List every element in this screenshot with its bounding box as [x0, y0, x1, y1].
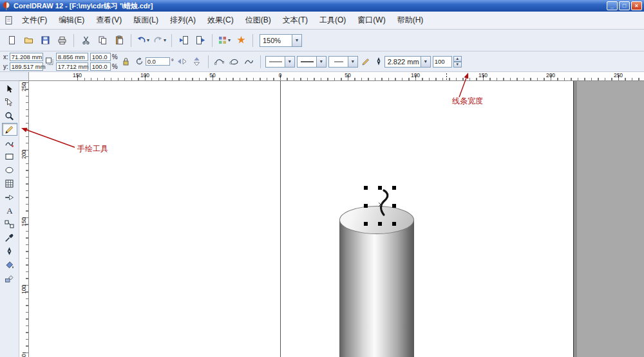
menu-help[interactable]: 帮助(H) — [392, 12, 430, 28]
smart-drawing-tool[interactable] — [2, 136, 17, 149]
import-icon — [179, 35, 189, 45]
convert-to-curve-button[interactable] — [243, 55, 256, 68]
maximize-button[interactable]: □ — [619, 1, 630, 10]
mirror-horizontal-button[interactable] — [176, 55, 189, 68]
scale-y-field[interactable]: 100.0 — [90, 62, 111, 71]
percent-label: % — [112, 63, 118, 70]
vertical-ruler[interactable]: 250 200 150 100 50 — [19, 81, 29, 357]
shape-tool[interactable] — [2, 96, 17, 109]
freehand-smoothing-spinner[interactable]: 100 ▲ ▼ — [433, 56, 462, 68]
outline-width-combobox[interactable]: 2.822 mm ▾ — [384, 56, 431, 68]
candle-body-shape[interactable] — [339, 220, 414, 357]
pick-tool[interactable] — [2, 82, 17, 95]
selection-handle[interactable] — [364, 186, 368, 190]
spinner-down-button[interactable]: ▼ — [453, 62, 462, 68]
minimize-button[interactable]: _ — [607, 1, 618, 10]
basic-shapes-tool[interactable] — [2, 190, 17, 203]
selection-handle[interactable] — [378, 222, 382, 226]
selection-handle[interactable] — [364, 204, 368, 208]
pen-pressure-button[interactable] — [360, 55, 373, 68]
degree-label: ° — [171, 58, 174, 65]
candle-wick-layer — [29, 81, 644, 357]
menu-window[interactable]: 窗口(W) — [352, 12, 391, 28]
graph-paper-tool[interactable] — [2, 177, 17, 190]
menu-file[interactable]: 文件(F) — [16, 12, 53, 28]
x-position-field[interactable]: 71.208 mm — [10, 53, 43, 61]
selection-handle[interactable] — [392, 204, 396, 208]
ruler-origin-corner[interactable] — [19, 72, 29, 81]
outline-tool[interactable] — [2, 244, 17, 257]
outline-width-dropdown[interactable]: ▾ — [421, 57, 430, 67]
launcher-dropdown-caret[interactable]: ▾ — [228, 37, 231, 43]
mirror-vertical-button[interactable] — [191, 55, 204, 68]
cut-button[interactable] — [78, 33, 93, 48]
arrowhead-start-dropdown[interactable]: ▾ — [285, 57, 294, 67]
h-ruler-label: 50 — [205, 72, 220, 78]
line-preview-icon — [332, 59, 346, 64]
line-style-select[interactable]: ▾ — [297, 56, 327, 68]
menu-edit[interactable]: 编辑(E) — [53, 12, 90, 28]
h-ruler-label: 150 — [475, 72, 491, 78]
zoom-tool[interactable] — [2, 109, 17, 122]
open-button[interactable] — [21, 33, 36, 48]
arrowhead-end-select[interactable]: ▾ — [328, 56, 358, 68]
selection-handle[interactable] — [364, 222, 368, 226]
redo-dropdown-caret[interactable]: ▾ — [164, 37, 166, 43]
selection-handle[interactable] — [392, 186, 396, 190]
ruler-cursor-marker — [446, 73, 447, 80]
eyedropper-tool[interactable] — [2, 231, 17, 244]
h-ruler-label: 0 — [272, 72, 288, 78]
horizontal-ruler[interactable]: 150 100 50 0 50 100 150 200 250 — [29, 72, 644, 81]
menu-effects[interactable]: 效果(C) — [202, 12, 240, 28]
copy-button[interactable] — [95, 33, 110, 48]
text-tool[interactable]: A — [2, 204, 17, 217]
arrowhead-end-dropdown[interactable]: ▾ — [348, 57, 357, 67]
application-launcher-button[interactable]: ▾ — [216, 33, 232, 48]
freehand-smoothing-value[interactable]: 100 — [433, 56, 452, 68]
line-style-dropdown[interactable]: ▾ — [316, 57, 326, 67]
menu-arrange[interactable]: 排列(A) — [164, 12, 202, 28]
pick-cursor-icon — [5, 84, 14, 94]
undo-dropdown-caret[interactable]: ▾ — [147, 37, 149, 43]
paste-button[interactable] — [111, 33, 127, 48]
menu-view[interactable]: 查看(V) — [90, 12, 128, 28]
undo-button[interactable]: ▾ — [135, 33, 151, 48]
drawing-canvas[interactable] — [29, 81, 644, 357]
new-button[interactable] — [4, 33, 19, 48]
close-button[interactable]: × — [631, 1, 642, 10]
blend-icon — [5, 219, 14, 229]
export-button[interactable] — [193, 33, 208, 48]
scale-x-field[interactable]: 100.0 — [90, 53, 111, 61]
auto-close-curve-button[interactable] — [228, 55, 241, 68]
reduce-nodes-button[interactable] — [213, 55, 226, 68]
object-width-field[interactable]: 8.856 mm — [56, 53, 88, 61]
fill-tool[interactable] — [2, 258, 17, 271]
object-height-field[interactable]: 17.712 mm — [56, 62, 88, 71]
ellipse-tool[interactable] — [2, 163, 17, 176]
menu-bitmaps[interactable]: 位图(B) — [240, 12, 277, 28]
interactive-blend-tool[interactable] — [2, 217, 17, 230]
interactive-fill-tool[interactable] — [2, 271, 17, 284]
y-position-field[interactable]: 189.517 mm — [10, 62, 43, 71]
import-button[interactable] — [176, 33, 191, 48]
print-button[interactable] — [54, 33, 70, 48]
menu-text[interactable]: 文本(T) — [277, 12, 314, 28]
chevron-down-icon: ▾ — [352, 59, 354, 64]
selection-handle[interactable] — [378, 186, 382, 190]
menu-tools[interactable]: 工具(O) — [314, 12, 352, 28]
redo-button[interactable]: ▾ — [152, 33, 167, 48]
spinner-up-button[interactable]: ▲ — [453, 56, 462, 62]
corel-online-button[interactable] — [233, 33, 249, 48]
lock-ratio-button[interactable] — [120, 55, 133, 68]
propbar-separator — [208, 55, 209, 68]
arrowhead-start-select[interactable]: ▾ — [265, 56, 295, 68]
rotation-angle-field[interactable]: 0.0 — [146, 57, 170, 66]
zoom-dropdown-button[interactable]: ▾ — [292, 35, 301, 46]
save-button[interactable] — [37, 33, 53, 48]
zoom-level-combobox[interactable]: 150% ▾ — [260, 34, 302, 47]
menu-layout[interactable]: 版面(L) — [128, 12, 164, 28]
rectangle-tool[interactable] — [2, 150, 17, 163]
candle-top-ellipse[interactable] — [339, 206, 414, 234]
selection-handle[interactable] — [392, 222, 396, 226]
freehand-tool[interactable] — [2, 123, 17, 136]
